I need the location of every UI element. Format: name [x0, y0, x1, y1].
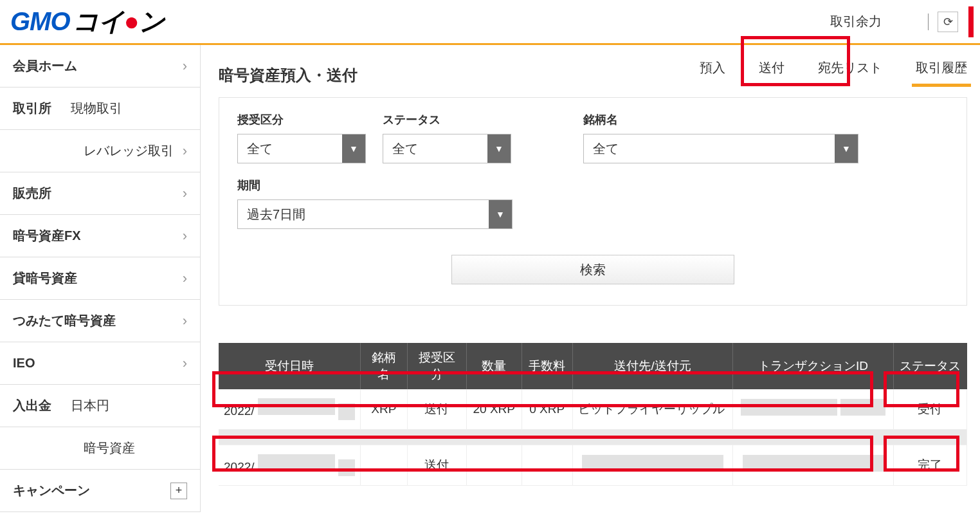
sidebar-item-funds-jpy[interactable]: 入出金 日本円 ›	[0, 385, 200, 427]
field-label: 期間	[237, 178, 513, 193]
history-table: 受付日時 銘柄名 授受区分 数量 手数料 送付先/送付元 トランザクションID …	[219, 343, 967, 486]
chevron-down-icon: ▼	[835, 134, 858, 163]
cell-status: 受付	[893, 389, 966, 429]
th-qty: 数量	[466, 343, 522, 389]
table-row[interactable]: 2022/ 送付 完了	[219, 445, 967, 485]
cell-dest: ビットフライヤーリップル	[572, 389, 733, 429]
sidebar-item-sales[interactable]: 販売所 ›	[0, 172, 200, 215]
select-period[interactable]: 過去7日間 ▼	[237, 199, 513, 229]
cell-qty	[466, 445, 522, 485]
table-row-gap	[219, 429, 967, 445]
cell-status: 完了	[893, 445, 966, 485]
field-label: 銘柄名	[583, 112, 858, 127]
logo-coin-text: コイ●ン	[73, 4, 165, 39]
sidebar-item-lending[interactable]: 貸暗号資産 ›	[0, 257, 200, 300]
field-symbol: 銘柄名 全て ▼	[583, 112, 858, 163]
sidebar-item-label: 会員ホーム	[13, 57, 77, 75]
chevron-down-icon: ▼	[489, 200, 512, 228]
separator	[928, 14, 929, 30]
filter-panel: 授受区分 全て ▼ ステータス 全て ▼ 銘柄名	[219, 97, 967, 306]
sidebar-sub-label: 現物取引	[51, 100, 183, 117]
chevron-down-icon: ▼	[487, 134, 511, 163]
select-symbol[interactable]: 全て ▼	[583, 134, 858, 163]
select-value: 全て	[238, 134, 342, 163]
sidebar-item-label: つみたて暗号資産	[13, 312, 116, 329]
chevron-right-icon: ›	[183, 355, 187, 372]
cell-date: 2022/	[219, 389, 361, 429]
select-status[interactable]: 全て ▼	[383, 134, 511, 163]
sidebar-item-label: キャンペーン	[13, 482, 90, 499]
chevron-right-icon: ›	[183, 185, 187, 202]
main-content: 暗号資産預入・送付 預入 送付 宛先リスト 取引履歴 授受区分 全て ▼	[201, 45, 980, 512]
select-value: 全て	[383, 134, 487, 163]
history-table-wrap: 受付日時 銘柄名 授受区分 数量 手数料 送付先/送付元 トランザクションID …	[201, 343, 980, 486]
cell-type: 送付	[407, 445, 466, 485]
field-type: 授受区分 全て ▼	[237, 112, 366, 163]
tab-dest-list[interactable]: 宛先リスト	[818, 59, 882, 86]
field-status: ステータス 全て ▼	[383, 112, 511, 163]
sidebar-item-campaign[interactable]: キャンペーン +	[0, 470, 200, 512]
table-row[interactable]: 2022/ XRP 送付 20 XRP 0 XRP ビットフライヤーリップル 受…	[219, 389, 967, 429]
plus-icon: +	[170, 483, 187, 499]
cell-fee: 0 XRP	[522, 389, 572, 429]
th-dest: 送付先/送付元	[572, 343, 733, 389]
select-value: 過去7日間	[238, 200, 489, 228]
th-type: 授受区分	[407, 343, 466, 389]
cell-txid	[733, 445, 893, 485]
balance-label: 取引余力	[830, 13, 882, 30]
field-period: 期間 過去7日間 ▼	[237, 178, 513, 229]
cell-symbol: XRP	[361, 389, 407, 429]
sidebar-item-label: 販売所	[13, 185, 51, 202]
chevron-right-icon: ›	[183, 313, 187, 329]
tabs: 預入 送付 宛先リスト 取引履歴	[700, 59, 967, 86]
sidebar-item-fx[interactable]: 暗号資産FX ›	[0, 215, 200, 257]
field-label: 授受区分	[237, 112, 366, 127]
cell-symbol	[361, 445, 407, 485]
logo-gmo-text: GMO	[10, 7, 70, 36]
sidebar-sub-label: 日本円	[51, 397, 183, 414]
refresh-icon: ⟳	[943, 15, 953, 29]
sidebar-item-label: 入出金	[13, 397, 51, 414]
chevron-right-icon: ›	[183, 228, 187, 244]
th-date: 受付日時	[219, 343, 361, 389]
sidebar-item-home[interactable]: 会員ホーム ›	[0, 45, 200, 88]
chevron-down-icon: ▼	[342, 134, 365, 163]
search-button[interactable]: 検索	[451, 255, 734, 284]
chevron-right-icon: ›	[183, 58, 187, 75]
th-txid: トランザクションID	[733, 343, 893, 389]
cell-qty: 20 XRP	[466, 389, 522, 429]
cell-txid	[733, 389, 893, 429]
field-label: ステータス	[383, 112, 511, 127]
sidebar-item-tsumitate[interactable]: つみたて暗号資産 ›	[0, 300, 200, 342]
top-right: 取引余力 ⟳	[830, 6, 974, 37]
table-header-row: 受付日時 銘柄名 授受区分 数量 手数料 送付先/送付元 トランザクションID …	[219, 343, 967, 389]
top-bar: GMO コイ●ン 取引余力 ⟳	[0, 0, 980, 45]
content-header: 暗号資産預入・送付 預入 送付 宛先リスト 取引履歴	[201, 45, 980, 86]
sidebar-item-exchange-spot[interactable]: 取引所 現物取引 ›	[0, 88, 200, 130]
page-title: 暗号資産預入・送付	[219, 65, 358, 86]
tab-history[interactable]: 取引履歴	[916, 59, 967, 86]
tab-deposit[interactable]: 預入	[700, 59, 725, 86]
th-symbol: 銘柄名	[361, 343, 407, 389]
sidebar-item-exchange-leverage[interactable]: レバレッジ取引 ›	[0, 130, 200, 172]
th-status: ステータス	[893, 343, 966, 389]
notification-stub[interactable]	[968, 6, 974, 37]
refresh-button[interactable]: ⟳	[938, 12, 958, 32]
select-value: 全て	[584, 134, 835, 163]
select-type[interactable]: 全て ▼	[237, 134, 366, 163]
sidebar-item-label: 暗号資産FX	[13, 227, 81, 244]
sidebar-item-label: 取引所	[13, 100, 51, 117]
cell-type: 送付	[407, 389, 466, 429]
logo[interactable]: GMO コイ●ン	[10, 4, 165, 39]
cell-dest	[572, 445, 733, 485]
sidebar-item-funds-crypto[interactable]: 暗号資産 ›	[0, 427, 200, 470]
chevron-right-icon: ›	[183, 270, 187, 287]
sidebar-item-label: 貸暗号資産	[13, 270, 77, 287]
sidebar-sub-label: 暗号資産	[0, 439, 135, 457]
sidebar: 会員ホーム › 取引所 現物取引 › レバレッジ取引 › 販売所 › 暗号資産F…	[0, 45, 201, 512]
sidebar-item-ieo[interactable]: IEO ›	[0, 342, 200, 385]
tab-send[interactable]: 送付	[759, 59, 785, 86]
cell-date: 2022/	[219, 445, 361, 485]
sidebar-sub-label: レバレッジ取引	[0, 142, 174, 160]
th-fee: 手数料	[522, 343, 572, 389]
